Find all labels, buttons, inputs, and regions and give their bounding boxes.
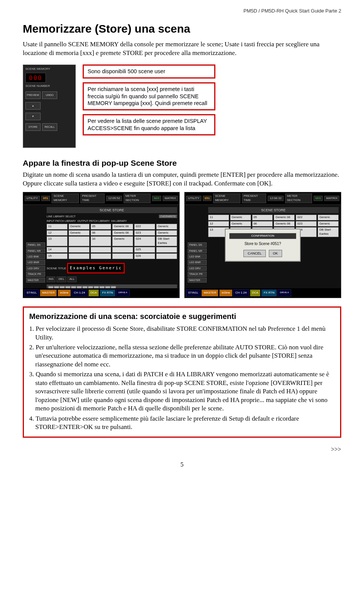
library-row: 12Generic06Generic 06023Generic: [47, 230, 177, 236]
library-cell: [112, 253, 133, 259]
overwrite-label: OVERWRITE: [159, 215, 177, 218]
library-cell: Generic: [69, 230, 89, 236]
library-cell: 025: [134, 247, 155, 253]
page-number: 5: [23, 460, 341, 469]
matrix-pill: MATRIX: [324, 196, 339, 201]
side-buttons-2: PANEL SN PANEL NR LED BNK LED BNR LED DR…: [188, 242, 207, 283]
side-btn: LED DRV: [26, 266, 45, 271]
dialog-cancel-button: CANCEL: [243, 250, 266, 257]
drive-tab: DRIVE A: [116, 289, 130, 297]
confirmation-title: CONFIRMATION: [229, 233, 296, 239]
intro-paragraph: Usate il pannello SCENE MEMORY della con…: [23, 40, 341, 58]
scene-title-input-highlight: Examples Generic: [67, 263, 125, 274]
library-cell: 11: [208, 215, 229, 220]
scene-number: 051: [203, 196, 212, 201]
time-value: 12:05:52: [106, 196, 122, 201]
fxrtn-tab: FX RTN: [261, 289, 277, 297]
side-buttons: PANEL SN PANEL NR LED BNK LED BNR LED DR…: [26, 242, 45, 283]
library-cell: Generic: [69, 224, 89, 229]
panel-with-callouts: SCENE MEMORY 000 SCENE NUMBER PREVIEW UN…: [23, 64, 341, 148]
master-tab: MASTER: [201, 289, 218, 297]
side-btn: TRACK PR: [188, 272, 207, 277]
side-btn: MASTER: [26, 278, 45, 283]
matrix-pill: MATRIX: [163, 196, 178, 201]
library-row: 1310Generic024DB Start Earlies: [47, 236, 177, 246]
stinil-tab: STIN1L: [24, 289, 39, 297]
stinil-tab: STIN1L: [186, 289, 201, 297]
library-cell: Generic 06: [112, 224, 133, 229]
tip-2: 2. Per un'ulteriore velocizzazione, nell…: [29, 343, 335, 369]
insine-tab: inSine: [219, 289, 232, 297]
master-tab: MASTER: [40, 289, 57, 297]
library-cell: 024: [134, 236, 155, 246]
drive-tab: DRIVE A: [278, 289, 291, 297]
screen-bottom-tabs-2: STIN1L MASTER inSine CH 1-24 DCA FX RTN …: [185, 288, 341, 298]
screen-bottom-tabs: STIN1L MASTER inSine CH 1-24 DCA FX RTN …: [23, 288, 179, 298]
scene-title-label: SCENE TITLE: [47, 267, 66, 270]
library-cell: Generic: [318, 215, 339, 220]
library-cell: 15: [47, 253, 67, 259]
scene-memory-panel-image: SCENE MEMORY 000 SCENE NUMBER PREVIEW UN…: [23, 64, 76, 148]
up-arrow-button: ▲: [25, 102, 41, 110]
side-btn: PANEL NR: [188, 248, 207, 253]
scene-memory-pill: SCENE MEMORY: [213, 193, 240, 203]
library-cell: 05: [252, 215, 273, 220]
callout-3: Per vedere la lista delle scene premete …: [83, 114, 215, 135]
utility-pill: UTILITY: [25, 196, 40, 201]
library-cell: DB Start Earlies: [318, 227, 339, 237]
meter-pill: METER SECTION: [285, 193, 312, 203]
side-btn: PANEL SN: [26, 242, 45, 247]
side-btn: LED BNK: [26, 254, 45, 259]
mix-pill: MIX: [314, 196, 323, 201]
callout-1: Sono disponibili 500 scene user: [83, 64, 215, 79]
side-btn: PANEL NR: [26, 248, 45, 253]
library-cell: [91, 247, 111, 253]
time-label: PRESENT TIME: [242, 193, 267, 203]
side-btn: LED BNK: [188, 254, 207, 259]
library-cell: 023: [296, 221, 317, 227]
confirmation-message: Store to Scene #051?: [229, 241, 296, 247]
library-cell: 022: [296, 215, 317, 220]
library-cell: 026: [134, 253, 155, 259]
page-title: Memorizzare (Store) una scena: [23, 21, 341, 37]
library-cell: 12: [47, 230, 67, 236]
library-cell: 06: [252, 221, 273, 227]
down-arrow-button: ▼: [25, 113, 41, 120]
tips-title: Memorizzazione di una scena: scorciatoie…: [29, 311, 335, 322]
tip-4: 4. Tuttavia potrebbe essere semplicement…: [29, 415, 335, 432]
meter-pill: METER SECTION: [124, 193, 151, 203]
ha-library-label: HA LIBRARY: [111, 219, 127, 223]
mix-pill: MIX: [152, 196, 161, 201]
scene-store-header-2: SCENE STORE: [208, 207, 339, 213]
library-cell: [156, 247, 177, 253]
library-cell: Generic 06: [274, 215, 295, 220]
dialog-ok-button: OK: [269, 250, 282, 257]
scene-number-label: SCENE NUMBER: [25, 84, 73, 88]
all-button: ALL: [67, 277, 77, 282]
store-button: STORE: [25, 123, 41, 131]
library-cell: 13: [47, 236, 67, 246]
library-row: 11Generic05Generic 06022Generic: [208, 215, 339, 220]
confirmation-dialog: CONFIRMATION Store to Scene #051? CANCEL…: [225, 229, 301, 261]
library-row: 12Generic06Generic 06023Generic: [208, 221, 339, 227]
library-cell: Generic 06: [274, 221, 295, 227]
continue-indicator: >>>: [23, 445, 341, 454]
library-cell: 05: [91, 224, 111, 229]
library-cell: Generic: [230, 221, 251, 227]
document-header: PM5D / PM5D-RH Quick Start Guide Parte 2: [23, 8, 341, 14]
library-cell: [69, 247, 89, 253]
library-cell: 11: [47, 224, 67, 229]
library-cell: 10: [91, 236, 111, 246]
ins-button: INS: [47, 277, 55, 282]
library-cell: Generic: [156, 224, 177, 229]
tip-1: 1. Per velocizzare il processo di Scene …: [29, 325, 335, 342]
scene-number: 051: [41, 196, 50, 201]
side-btn: LED BNR: [188, 260, 207, 265]
tips-box: Memorizzazione di una scena: scorciatoie…: [23, 306, 341, 438]
library-cell: [112, 247, 133, 253]
output-patch-label: OUTPUT PATCH LIBRARY: [77, 219, 110, 223]
dca-tab: DCA: [250, 289, 261, 297]
panel-label: SCENE MEMORY: [25, 67, 73, 71]
screen-body: SCENE STORE LINE LIBRARY SELECT OVERWRIT…: [44, 205, 179, 298]
fxrtn-tab: FX RTN: [100, 289, 115, 297]
